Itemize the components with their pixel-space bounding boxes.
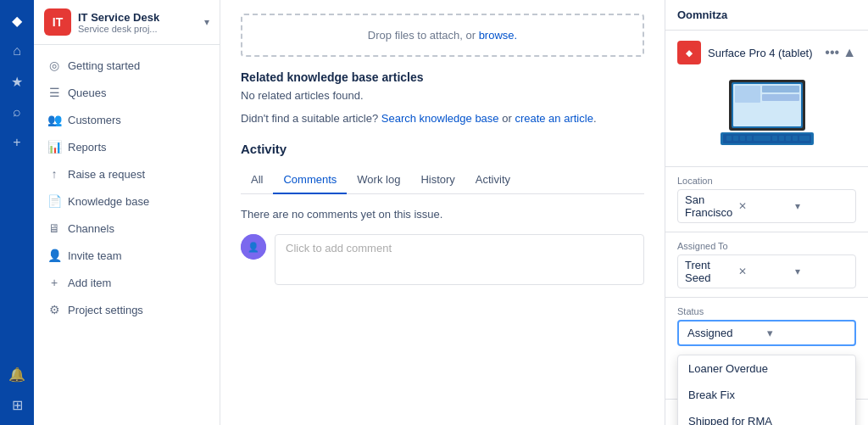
sidebar-item-label: Invite team bbox=[68, 249, 122, 262]
product-card: ◆ Surface Pro 4 (tablet) ••• ▲ bbox=[665, 31, 868, 167]
location-field-group: Location San Francisco ✕ ▾ bbox=[665, 167, 868, 232]
activity-title: Activity bbox=[241, 142, 644, 156]
collapse-icon[interactable]: ▲ bbox=[843, 45, 856, 60]
svg-rect-14 bbox=[740, 136, 745, 141]
status-value: Assigned bbox=[687, 327, 767, 339]
tab-worklog[interactable]: Work log bbox=[347, 166, 410, 194]
find-article-text: Didn't find a suitable article? Search k… bbox=[241, 112, 644, 125]
svg-rect-15 bbox=[747, 136, 752, 141]
status-chevron-icon[interactable]: ▾ bbox=[767, 327, 847, 339]
home-icon[interactable]: ⌂ bbox=[3, 37, 31, 64]
svg-rect-20 bbox=[793, 136, 798, 141]
tab-history[interactable]: History bbox=[410, 166, 465, 194]
getting-started-icon: ◎ bbox=[47, 59, 61, 72]
location-chevron-icon[interactable]: ▾ bbox=[795, 200, 849, 212]
sidebar-item-label: Queues bbox=[68, 87, 107, 99]
sidebar-item-invite-team[interactable]: 👤 Invite team bbox=[34, 242, 220, 269]
avatar: 👤 bbox=[241, 234, 266, 260]
sidebar-item-label: Knowledge base bbox=[68, 195, 149, 208]
product-logo: ◆ bbox=[677, 41, 701, 64]
sidebar-subtitle: Service desk proj... bbox=[78, 24, 198, 34]
tab-all[interactable]: All bbox=[241, 166, 273, 194]
browse-link[interactable]: browse. bbox=[479, 29, 518, 42]
sidebar-header-text: IT Service Desk Service desk proj... bbox=[78, 11, 198, 34]
search-knowledge-base-link[interactable]: Search knowledge base bbox=[381, 112, 499, 125]
related-articles-title: Related knowledge base articles bbox=[241, 70, 644, 84]
svg-rect-19 bbox=[786, 136, 791, 141]
project-settings-icon: ⚙ bbox=[47, 303, 61, 316]
comment-area: 👤 Click to add comment bbox=[241, 234, 644, 285]
sidebar-item-getting-started[interactable]: ◎ Getting started bbox=[34, 52, 220, 79]
icon-rail: ◆ ⌂ ★ ⌕ + 🔔 ⊞ bbox=[0, 0, 34, 425]
raise-request-icon: ↑ bbox=[47, 167, 61, 181]
sidebar-nav: ◎ Getting started ☰ Queues 👥 Customers 📊… bbox=[34, 45, 220, 425]
status-dropdown[interactable]: Assigned ▾ bbox=[677, 320, 856, 346]
status-option-loaner-overdue[interactable]: Loaner Overdue bbox=[678, 355, 855, 382]
or-text: or bbox=[502, 112, 515, 125]
sidebar-item-raise-request[interactable]: ↑ Raise a request bbox=[34, 160, 220, 187]
drop-zone[interactable]: Drop files to attach, or browse. bbox=[241, 14, 644, 57]
sidebar-item-customers[interactable]: 👥 Customers bbox=[34, 106, 220, 133]
right-panel: Oomnitza ◆ Surface Pro 4 (tablet) ••• ▲ bbox=[665, 0, 868, 425]
assigned-to-value: Trent Seed bbox=[685, 259, 738, 284]
comment-input[interactable]: Click to add comment bbox=[275, 234, 644, 285]
product-actions[interactable]: ••• ▲ bbox=[825, 45, 856, 60]
location-value: San Francisco bbox=[685, 193, 738, 219]
add-icon[interactable]: + bbox=[3, 129, 31, 156]
svg-rect-7 bbox=[735, 86, 760, 103]
knowledge-base-icon: 📄 bbox=[47, 194, 61, 208]
reports-icon: 📊 bbox=[47, 140, 61, 154]
period: . bbox=[593, 112, 597, 125]
sidebar-item-label: Customers bbox=[68, 114, 121, 126]
sidebar-item-add-item[interactable]: + Add item bbox=[34, 269, 220, 296]
assigned-to-dropdown[interactable]: Trent Seed ✕ ▾ bbox=[677, 254, 856, 288]
tab-comments[interactable]: Comments bbox=[273, 166, 347, 194]
location-label: Location bbox=[677, 176, 856, 186]
create-article-link[interactable]: create an article bbox=[515, 112, 593, 125]
sidebar-item-label: Reports bbox=[68, 141, 107, 154]
sidebar-item-queues[interactable]: ☰ Queues bbox=[34, 79, 220, 106]
status-dropdown-menu: Loaner Overdue Break Fix Shipped for RMA… bbox=[677, 355, 856, 425]
status-option-shipped-rma[interactable]: Shipped for RMA bbox=[678, 408, 855, 425]
activity-tabs: All Comments Work log History Activity bbox=[241, 166, 644, 194]
svg-rect-9 bbox=[762, 94, 799, 101]
no-comments-text: There are no comments yet on this issue. bbox=[241, 208, 644, 221]
no-articles-text: No related articles found. bbox=[241, 89, 644, 102]
star-icon[interactable]: ★ bbox=[3, 68, 31, 95]
assigned-to-field-group: Assigned To Trent Seed ✕ ▾ bbox=[665, 232, 868, 298]
right-panel-title: Oomnitza bbox=[665, 0, 868, 31]
customers-icon: 👥 bbox=[47, 113, 61, 126]
product-card-header: ◆ Surface Pro 4 (tablet) ••• ▲ bbox=[677, 41, 856, 64]
svg-rect-21 bbox=[799, 136, 810, 141]
location-dropdown[interactable]: San Francisco ✕ ▾ bbox=[677, 189, 856, 223]
svg-text:◆: ◆ bbox=[685, 48, 693, 58]
sidebar-title: IT Service Desk bbox=[78, 11, 198, 24]
location-clear-icon[interactable]: ✕ bbox=[738, 200, 792, 212]
notification-icon[interactable]: 🔔 bbox=[3, 361, 31, 388]
status-label: Status bbox=[677, 306, 856, 316]
sidebar-chevron-icon[interactable]: ▾ bbox=[204, 16, 209, 28]
sidebar-item-reports[interactable]: 📊 Reports bbox=[34, 133, 220, 160]
find-article-label: Didn't find a suitable article? bbox=[241, 112, 378, 125]
more-options-icon[interactable]: ••• bbox=[825, 45, 839, 60]
status-option-break-fix[interactable]: Break Fix bbox=[678, 382, 855, 408]
assigned-to-label: Assigned To bbox=[677, 241, 856, 251]
sidebar: IT IT Service Desk Service desk proj... … bbox=[34, 0, 220, 425]
sidebar-header: IT IT Service Desk Service desk proj... … bbox=[34, 0, 220, 45]
status-group: Status Assigned ▾ Loaner Overdue Break F… bbox=[665, 298, 868, 355]
assigned-to-chevron-icon[interactable]: ▾ bbox=[795, 266, 849, 277]
queues-icon: ☰ bbox=[47, 86, 61, 99]
sidebar-item-channels[interactable]: 🖥 Channels bbox=[34, 215, 220, 242]
main-content: Drop files to attach, or browse. Related… bbox=[220, 0, 665, 425]
sidebar-item-knowledge-base[interactable]: 📄 Knowledge base bbox=[34, 187, 220, 215]
sidebar-item-label: Project settings bbox=[68, 304, 143, 316]
sidebar-item-label: Channels bbox=[68, 222, 114, 235]
sidebar-item-project-settings[interactable]: ⚙ Project settings bbox=[34, 296, 220, 323]
channels-icon: 🖥 bbox=[47, 221, 61, 235]
product-name: Surface Pro 4 (tablet) bbox=[708, 47, 818, 59]
search-icon[interactable]: ⌕ bbox=[3, 98, 31, 126]
assigned-to-clear-icon[interactable]: ✕ bbox=[738, 266, 792, 277]
grid-icon[interactable]: ⊞ bbox=[3, 391, 31, 418]
tab-activity[interactable]: Activity bbox=[465, 166, 520, 194]
content-area: Drop files to attach, or browse. Related… bbox=[220, 0, 665, 299]
